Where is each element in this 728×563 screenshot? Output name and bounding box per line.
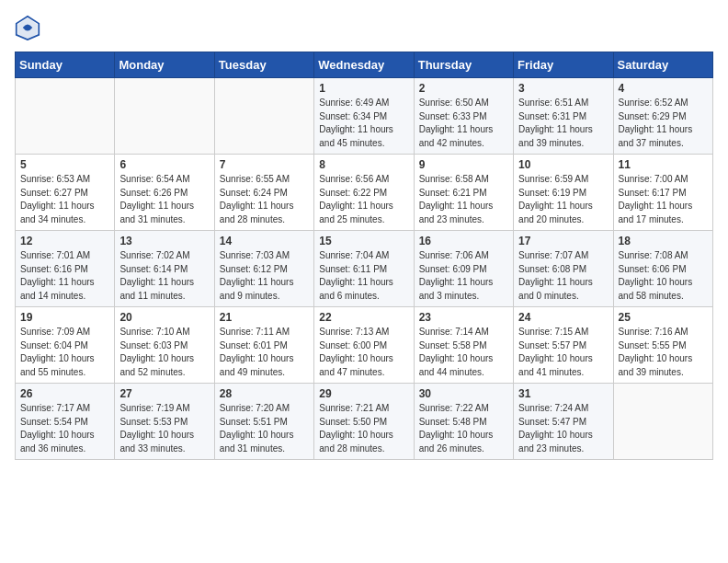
calendar-cell (16, 78, 115, 155)
day-number: 21 (220, 311, 309, 324)
calendar-cell: 10Sunrise: 6:59 AM Sunset: 6:19 PM Dayli… (514, 155, 613, 231)
calendar-cell: 5Sunrise: 6:53 AM Sunset: 6:27 PM Daylig… (16, 155, 115, 231)
day-number: 7 (220, 158, 309, 171)
day-info: Sunrise: 6:59 AM Sunset: 6:19 PM Dayligh… (518, 173, 608, 226)
calendar-cell: 29Sunrise: 7:21 AM Sunset: 5:50 PM Dayli… (314, 384, 414, 460)
day-number: 8 (319, 158, 408, 171)
day-number: 5 (20, 158, 109, 171)
day-info: Sunrise: 7:01 AM Sunset: 6:16 PM Dayligh… (20, 249, 109, 303)
day-number: 10 (518, 158, 608, 171)
day-info: Sunrise: 7:10 AM Sunset: 6:03 PM Dayligh… (119, 326, 209, 379)
calendar-cell: 15Sunrise: 7:04 AM Sunset: 6:11 PM Dayli… (314, 231, 414, 307)
day-number: 25 (619, 311, 708, 324)
day-number: 11 (619, 158, 708, 171)
day-info: Sunrise: 7:00 AM Sunset: 6:17 PM Dayligh… (619, 173, 708, 226)
day-number: 20 (119, 311, 209, 324)
calendar-cell: 1Sunrise: 6:49 AM Sunset: 6:34 PM Daylig… (314, 78, 414, 155)
day-info: Sunrise: 7:13 AM Sunset: 6:00 PM Dayligh… (319, 326, 408, 379)
calendar-cell: 11Sunrise: 7:00 AM Sunset: 6:17 PM Dayli… (613, 155, 712, 231)
calendar-cell: 16Sunrise: 7:06 AM Sunset: 6:09 PM Dayli… (414, 231, 513, 307)
calendar-cell: 19Sunrise: 7:09 AM Sunset: 6:04 PM Dayli… (16, 307, 115, 384)
calendar-body: 1Sunrise: 6:49 AM Sunset: 6:34 PM Daylig… (16, 78, 713, 460)
weekday-row: SundayMondayTuesdayWednesdayThursdayFrid… (16, 52, 713, 78)
calendar-cell (214, 78, 313, 155)
day-number: 1 (319, 82, 408, 95)
calendar-cell: 30Sunrise: 7:22 AM Sunset: 5:48 PM Dayli… (414, 384, 513, 460)
calendar-cell (613, 384, 712, 460)
weekday-header: Sunday (16, 52, 115, 78)
day-number: 15 (319, 235, 408, 247)
day-number: 24 (518, 311, 608, 324)
calendar-cell: 24Sunrise: 7:15 AM Sunset: 5:57 PM Dayli… (514, 307, 613, 384)
calendar-cell: 8Sunrise: 6:56 AM Sunset: 6:22 PM Daylig… (314, 155, 414, 231)
calendar-table: SundayMondayTuesdayWednesdayThursdayFrid… (15, 52, 713, 460)
day-info: Sunrise: 6:58 AM Sunset: 6:21 PM Dayligh… (419, 173, 508, 226)
day-number: 30 (419, 387, 508, 400)
day-info: Sunrise: 6:54 AM Sunset: 6:26 PM Dayligh… (119, 173, 209, 226)
day-info: Sunrise: 7:22 AM Sunset: 5:48 PM Dayligh… (419, 402, 508, 455)
calendar-cell: 27Sunrise: 7:19 AM Sunset: 5:53 PM Dayli… (115, 384, 214, 460)
day-info: Sunrise: 7:20 AM Sunset: 5:51 PM Dayligh… (220, 402, 309, 455)
day-number: 17 (518, 235, 608, 247)
day-number: 13 (119, 235, 209, 247)
day-info: Sunrise: 7:11 AM Sunset: 6:01 PM Dayligh… (220, 326, 309, 379)
day-info: Sunrise: 7:07 AM Sunset: 6:08 PM Dayligh… (518, 249, 608, 303)
weekday-header: Thursday (414, 52, 513, 78)
calendar-cell: 31Sunrise: 7:24 AM Sunset: 5:47 PM Dayli… (514, 384, 613, 460)
day-number: 18 (619, 235, 708, 247)
weekday-header: Saturday (613, 52, 712, 78)
day-info: Sunrise: 6:50 AM Sunset: 6:33 PM Dayligh… (419, 97, 508, 150)
day-info: Sunrise: 7:15 AM Sunset: 5:57 PM Dayligh… (518, 326, 608, 379)
day-info: Sunrise: 7:21 AM Sunset: 5:50 PM Dayligh… (319, 402, 408, 455)
day-info: Sunrise: 6:52 AM Sunset: 6:29 PM Dayligh… (619, 97, 708, 150)
calendar-cell: 7Sunrise: 6:55 AM Sunset: 6:24 PM Daylig… (214, 155, 313, 231)
calendar-cell: 18Sunrise: 7:08 AM Sunset: 6:06 PM Dayli… (613, 231, 712, 307)
calendar-cell: 20Sunrise: 7:10 AM Sunset: 6:03 PM Dayli… (115, 307, 214, 384)
day-number: 3 (518, 82, 608, 95)
calendar-cell: 17Sunrise: 7:07 AM Sunset: 6:08 PM Dayli… (514, 231, 613, 307)
calendar-cell: 12Sunrise: 7:01 AM Sunset: 6:16 PM Dayli… (16, 231, 115, 307)
day-info: Sunrise: 7:06 AM Sunset: 6:09 PM Dayligh… (419, 249, 508, 303)
day-number: 28 (220, 387, 309, 400)
day-number: 6 (119, 158, 209, 171)
calendar-cell: 28Sunrise: 7:20 AM Sunset: 5:51 PM Dayli… (214, 384, 313, 460)
calendar-cell: 21Sunrise: 7:11 AM Sunset: 6:01 PM Dayli… (214, 307, 313, 384)
weekday-header: Wednesday (314, 52, 414, 78)
day-number: 9 (419, 158, 508, 171)
day-info: Sunrise: 7:14 AM Sunset: 5:58 PM Dayligh… (419, 326, 508, 379)
day-info: Sunrise: 7:24 AM Sunset: 5:47 PM Dayligh… (518, 402, 608, 455)
day-info: Sunrise: 7:02 AM Sunset: 6:14 PM Dayligh… (119, 249, 209, 303)
day-info: Sunrise: 7:19 AM Sunset: 5:53 PM Dayligh… (119, 402, 209, 455)
day-number: 23 (419, 311, 508, 324)
day-number: 22 (319, 311, 408, 324)
logo (15, 15, 44, 40)
weekday-header: Monday (115, 52, 214, 78)
day-info: Sunrise: 6:49 AM Sunset: 6:34 PM Dayligh… (319, 97, 408, 150)
calendar-week-row: 26Sunrise: 7:17 AM Sunset: 5:54 PM Dayli… (16, 384, 713, 460)
day-number: 2 (419, 82, 508, 95)
day-number: 14 (220, 235, 309, 247)
calendar-cell: 22Sunrise: 7:13 AM Sunset: 6:00 PM Dayli… (314, 307, 414, 384)
day-number: 31 (518, 387, 608, 400)
day-info: Sunrise: 7:08 AM Sunset: 6:06 PM Dayligh… (619, 249, 708, 303)
calendar-cell: 25Sunrise: 7:16 AM Sunset: 5:55 PM Dayli… (613, 307, 712, 384)
calendar-cell: 9Sunrise: 6:58 AM Sunset: 6:21 PM Daylig… (414, 155, 513, 231)
day-info: Sunrise: 7:17 AM Sunset: 5:54 PM Dayligh… (20, 402, 109, 455)
calendar-week-row: 5Sunrise: 6:53 AM Sunset: 6:27 PM Daylig… (16, 155, 713, 231)
calendar-cell: 3Sunrise: 6:51 AM Sunset: 6:31 PM Daylig… (514, 78, 613, 155)
calendar-week-row: 19Sunrise: 7:09 AM Sunset: 6:04 PM Dayli… (16, 307, 713, 384)
weekday-header: Friday (514, 52, 613, 78)
calendar-cell: 14Sunrise: 7:03 AM Sunset: 6:12 PM Dayli… (214, 231, 313, 307)
day-number: 29 (319, 387, 408, 400)
day-info: Sunrise: 7:09 AM Sunset: 6:04 PM Dayligh… (20, 326, 109, 379)
calendar-cell: 2Sunrise: 6:50 AM Sunset: 6:33 PM Daylig… (414, 78, 513, 155)
day-info: Sunrise: 7:04 AM Sunset: 6:11 PM Dayligh… (319, 249, 408, 303)
calendar-cell (115, 78, 214, 155)
day-info: Sunrise: 7:03 AM Sunset: 6:12 PM Dayligh… (220, 249, 309, 303)
calendar-cell: 26Sunrise: 7:17 AM Sunset: 5:54 PM Dayli… (16, 384, 115, 460)
day-number: 27 (119, 387, 209, 400)
page-header (15, 15, 713, 40)
day-info: Sunrise: 6:55 AM Sunset: 6:24 PM Dayligh… (220, 173, 309, 226)
calendar-cell: 4Sunrise: 6:52 AM Sunset: 6:29 PM Daylig… (613, 78, 712, 155)
logo-icon (15, 15, 40, 40)
